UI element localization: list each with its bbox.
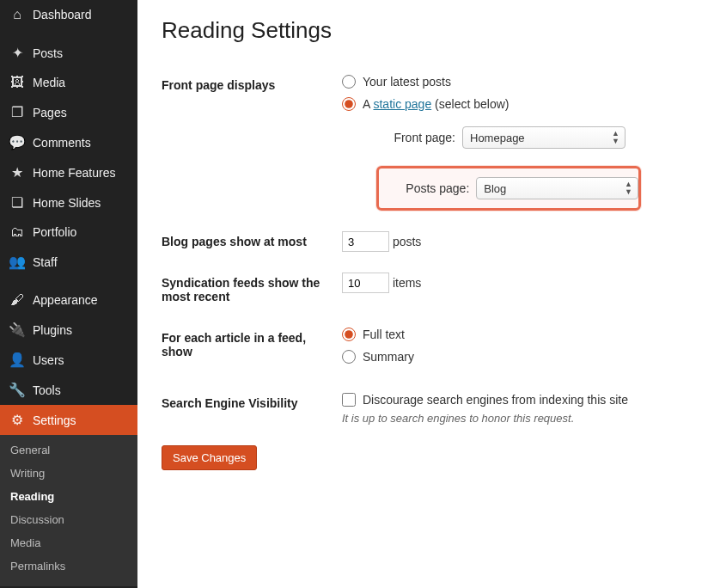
posts-page-highlight: Posts page: Blog ▲▼	[376, 166, 641, 211]
seo-discourage-checkbox[interactable]	[342, 393, 356, 407]
front-page-heading: Front page displays	[162, 64, 342, 221]
blog-pages-unit: posts	[393, 235, 421, 248]
label-summary[interactable]: Summary	[363, 350, 414, 364]
radio-latest-posts[interactable]	[342, 75, 356, 89]
label-static-page[interactable]: A static page (select below)	[363, 97, 509, 111]
subitem-media[interactable]: Media	[0, 531, 137, 554]
sidebar-item-comments[interactable]: 💬Comments	[0, 127, 137, 157]
subitem-reading[interactable]: Reading	[0, 485, 137, 508]
static-page-link[interactable]: static page	[373, 97, 431, 111]
pin-icon: ✦	[9, 45, 26, 61]
blog-pages-heading: Blog pages show at most	[162, 221, 342, 262]
syndication-unit: items	[393, 276, 421, 290]
admin-sidebar: ⌂ Dashboard ✦Posts 🖼Media ❐Pages 💬Commen…	[0, 0, 137, 588]
sidebar-item-home-features[interactable]: ★Home Features	[0, 157, 137, 187]
radio-static-page[interactable]	[342, 97, 356, 111]
sidebar-item-tools[interactable]: 🔧Tools	[0, 375, 137, 405]
portfolio-icon: 🗂	[9, 224, 26, 240]
staff-icon: 👥	[9, 254, 26, 270]
save-button[interactable]: Save Changes	[162, 445, 257, 470]
front-page-select-label: Front page:	[376, 131, 462, 144]
sidebar-item-posts[interactable]: ✦Posts	[0, 38, 137, 68]
media-icon: 🖼	[9, 75, 26, 90]
chevron-updown-icon: ▲▼	[625, 181, 632, 196]
sidebar-item-users[interactable]: 👤Users	[0, 345, 137, 375]
sidebar-item-portfolio[interactable]: 🗂Portfolio	[0, 217, 137, 247]
radio-full-text[interactable]	[342, 328, 356, 341]
sidebar-item-dashboard[interactable]: ⌂ Dashboard	[0, 0, 137, 29]
sidebar-label: Dashboard	[33, 8, 92, 21]
pages-icon: ❐	[9, 104, 26, 120]
sidebar-item-media[interactable]: 🖼Media	[0, 68, 137, 97]
syndication-input[interactable]	[342, 273, 389, 293]
star-icon: ★	[9, 164, 26, 181]
slides-icon: ❏	[9, 194, 26, 211]
label-full-text[interactable]: Full text	[363, 328, 405, 341]
radio-summary[interactable]	[342, 350, 356, 364]
page-title: Reading Settings	[162, 17, 690, 44]
brush-icon: 🖌	[9, 292, 26, 308]
comments-icon: 💬	[9, 134, 26, 150]
seo-discourage-label[interactable]: Discourage search engines from indexing …	[363, 393, 628, 407]
wrench-icon: 🔧	[9, 382, 26, 398]
sidebar-item-pages[interactable]: ❐Pages	[0, 97, 137, 127]
subitem-writing[interactable]: Writing	[0, 462, 137, 485]
sidebar-item-staff[interactable]: 👥Staff	[0, 247, 137, 277]
seo-heading: Search Engine Visibility	[162, 383, 342, 435]
sliders-icon: ⚙	[9, 412, 26, 428]
front-page-select[interactable]: Homepage ▲▼	[462, 126, 626, 149]
syndication-heading: Syndication feeds show the most recent	[162, 262, 342, 317]
main-content: Reading Settings Front page displays You…	[137, 0, 714, 588]
blog-pages-input[interactable]	[342, 231, 389, 252]
sidebar-item-plugins[interactable]: 🔌Plugins	[0, 315, 137, 345]
subitem-permalinks[interactable]: Permalinks	[0, 554, 137, 578]
plug-icon: 🔌	[9, 322, 26, 338]
chevron-updown-icon: ▲▼	[612, 130, 619, 145]
label-latest-posts[interactable]: Your latest posts	[363, 75, 451, 89]
posts-page-select[interactable]: Blog ▲▼	[476, 177, 638, 199]
front-page-select-value: Homepage	[470, 132, 525, 144]
posts-page-select-label: Posts page:	[391, 181, 476, 195]
sidebar-item-appearance[interactable]: 🖌Appearance	[0, 285, 137, 315]
seo-note: It is up to search engines to honor this…	[342, 412, 690, 425]
article-feed-heading: For each article in a feed, show	[162, 317, 342, 383]
user-icon: 👤	[9, 352, 26, 368]
settings-submenu: General Writing Reading Discussion Media…	[0, 435, 137, 586]
subitem-general[interactable]: General	[0, 438, 137, 462]
sidebar-item-settings[interactable]: ⚙Settings	[0, 405, 137, 435]
subitem-discussion[interactable]: Discussion	[0, 508, 137, 531]
dashboard-icon: ⌂	[9, 7, 26, 22]
posts-page-select-value: Blog	[484, 182, 506, 195]
sidebar-item-home-slides[interactable]: ❏Home Slides	[0, 187, 137, 217]
